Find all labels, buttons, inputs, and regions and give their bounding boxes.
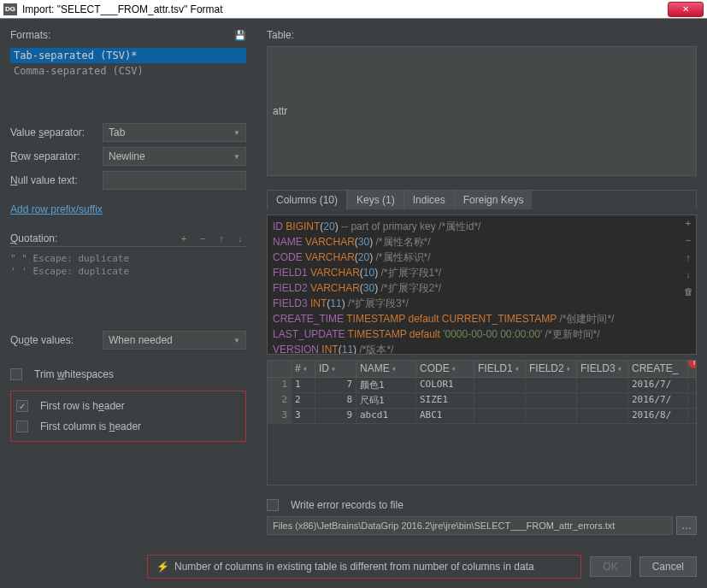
warning-icon: ⚡: [156, 561, 169, 573]
ddl-down-icon[interactable]: ↓: [682, 268, 694, 280]
row-separator-label: Row separator:: [10, 150, 96, 162]
table-row[interactable]: 117颜色1COLOR12016/7/: [268, 378, 696, 393]
first-row-label: First row is header: [40, 400, 125, 412]
col-code[interactable]: CODE♦: [416, 361, 474, 377]
close-button[interactable]: ✕: [668, 2, 704, 17]
data-grid[interactable]: ! #♦ ID♦ NAME♦ CODE♦ FIELD1♦ FIELD2♦ FIE…: [267, 360, 697, 486]
col-id[interactable]: ID♦: [315, 361, 356, 377]
col-field2[interactable]: FIELD2♦: [526, 361, 577, 377]
ok-button[interactable]: OK: [590, 556, 630, 577]
tab-keys[interactable]: Keys (1): [347, 191, 404, 209]
trim-checkbox[interactable]: [10, 368, 22, 380]
quotation-row[interactable]: " " Escape: duplicate: [10, 252, 246, 265]
browse-button[interactable]: …: [676, 516, 697, 535]
error-path-input[interactable]: [267, 516, 673, 535]
tab-columns[interactable]: Columns (10): [268, 191, 347, 209]
ddl-up-icon[interactable]: ↑: [682, 251, 694, 263]
quotation-row[interactable]: ' ' Escape: duplicate: [10, 265, 246, 278]
value-separator-label: Value separator:: [10, 126, 96, 138]
col-field1[interactable]: FIELD1♦: [474, 361, 526, 377]
write-errors-checkbox[interactable]: [267, 499, 279, 511]
header-options-box: First row is header First column is head…: [10, 391, 246, 442]
write-errors-label: Write error records to file: [291, 499, 404, 511]
save-icon[interactable]: 💾: [234, 29, 246, 41]
table-label: Table:: [267, 29, 697, 41]
table-name-input[interactable]: [267, 46, 697, 176]
format-item-csv[interactable]: Comma-separated (CSV): [10, 63, 246, 79]
ddl-delete-icon[interactable]: 🗑: [682, 285, 694, 297]
null-value-input[interactable]: [103, 171, 246, 190]
down-icon[interactable]: ↓: [234, 232, 246, 244]
warning-banner: ⚡ Number of columns in existing table is…: [147, 555, 581, 579]
formats-label: Formats:: [10, 29, 50, 41]
formats-list[interactable]: Tab-separated (TSV)* Comma-separated (CS…: [10, 48, 246, 79]
table-row[interactable]: 228尺码1SIZE12016/7/: [268, 393, 696, 409]
add-icon[interactable]: +: [178, 232, 190, 244]
tab-foreign-keys[interactable]: Foreign Keys: [454, 191, 533, 209]
first-col-checkbox[interactable]: [16, 420, 28, 432]
ddl-remove-icon[interactable]: −: [682, 234, 694, 246]
quotation-list[interactable]: " " Escape: duplicate ' ' Escape: duplic…: [10, 252, 246, 278]
col-name[interactable]: NAME♦: [356, 361, 416, 377]
up-icon[interactable]: ↑: [215, 232, 227, 244]
app-icon: DG: [3, 3, 17, 15]
value-separator-select[interactable]: Tab: [103, 123, 246, 142]
titlebar: DG Import: "SELECT___FROM_attr.tsv" Form…: [0, 0, 707, 19]
tab-indices[interactable]: Indices: [404, 191, 454, 209]
alert-icon[interactable]: !: [688, 360, 697, 368]
cancel-button[interactable]: Cancel: [639, 556, 697, 577]
schema-tabs: Columns (10) Keys (1) Indices Foreign Ke…: [267, 190, 697, 209]
null-value-label: Null value text:: [10, 174, 96, 186]
add-prefix-link[interactable]: Add row prefix/suffix: [10, 203, 246, 215]
grid-header: #♦ ID♦ NAME♦ CODE♦ FIELD1♦ FIELD2♦ FIELD…: [268, 361, 696, 378]
col-hash[interactable]: #♦: [292, 361, 315, 377]
first-row-checkbox[interactable]: [16, 400, 28, 412]
quote-values-label: Quote values:: [10, 334, 96, 346]
warning-text: Number of columns in existing table is d…: [174, 561, 534, 573]
col-field3[interactable]: FIELD3♦: [577, 361, 628, 377]
remove-icon[interactable]: −: [197, 232, 209, 244]
format-item-tsv[interactable]: Tab-separated (TSV)*: [10, 48, 246, 63]
ddl-add-icon[interactable]: +: [682, 217, 694, 229]
table-row[interactable]: 339abcd1ABC12016/8/: [268, 409, 696, 424]
trim-label: Trim whitespaces: [34, 368, 114, 380]
quotation-label: Quotation:: [10, 232, 57, 244]
ddl-pane[interactable]: ID BIGINT(20) -- part of primary key /*属…: [267, 215, 697, 355]
first-col-label: First column is header: [40, 420, 141, 432]
window-title: Import: "SELECT___FROM_attr.tsv" Format: [22, 3, 668, 15]
col-create[interactable]: CREATE_: [628, 361, 688, 377]
col-rownum[interactable]: [268, 361, 292, 377]
quote-values-select[interactable]: When needed: [103, 331, 246, 350]
row-separator-select[interactable]: Newline: [103, 147, 246, 166]
